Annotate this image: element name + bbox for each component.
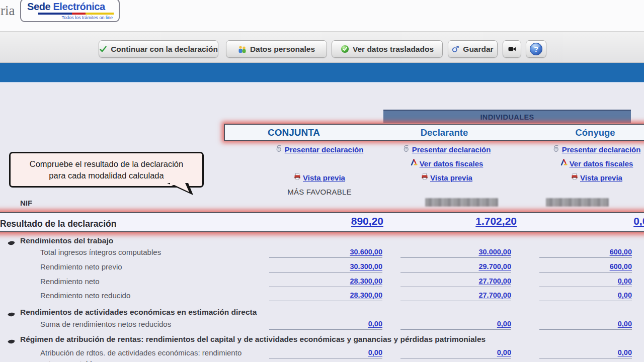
vista-previa-link[interactable]: Vista previa [580,173,622,182]
cell-value-link[interactable]: 0,00 [497,320,511,328]
table-row: Suma de rendimientos netos reducidos0,00… [0,319,644,330]
printer-icon [294,173,301,182]
help-icon: ? [529,42,543,56]
table-row: Total ingresos íntegros computables30.60… [0,247,644,258]
presentar-declaracion-link[interactable]: Presentar declaración [562,145,641,154]
cell-value-link[interactable]: 0,00 [368,348,382,356]
cell-value-link[interactable]: 0,00 [618,348,632,356]
value-cell-conyuge: 0,00 [539,319,632,330]
cell-value-link[interactable]: 27.700,00 [478,277,511,285]
record-button[interactable] [503,40,521,58]
collapse-icon[interactable] [7,239,16,248]
people-icon [238,45,247,53]
collapse-icon[interactable] [7,310,16,319]
vista-previa-slot: Vista previa [259,170,380,185]
save-button[interactable]: Guardar [448,40,498,58]
section-title: Rendimientos de actividades económicas e… [20,308,257,317]
cell-value-link[interactable]: 28.300,00 [350,291,382,299]
personal-data-button-label: Datos personales [250,45,315,54]
camera-icon [508,46,516,52]
orb-icon [341,45,349,53]
presentar-declaracion-slot: Presentar declaración [259,142,380,156]
value-cell-conjunta: 28.300,00 [269,291,382,301]
cell-value-link[interactable]: 28.300,00 [350,277,382,285]
agencia-tributaria-partial-text: ria [1,3,15,19]
value-cell-declarante: 30.000,00 [400,247,511,258]
cell-value-link[interactable]: 0,00 [497,348,511,356]
result-row: Resultado de la declaración 890,201.702,… [0,212,644,232]
tooltip-line2: para cada modalidad calculada [49,170,164,181]
cell-value-link[interactable]: 27.700,00 [478,291,511,299]
column-header-declarante: Declarante [421,127,468,138]
result-value-conyuge[interactable]: 0,00 [565,215,644,227]
value-cell-declarante: 0,00 [400,348,511,358]
value-cell-declarante: 0,00 [400,319,511,330]
mouse-icon [276,145,283,154]
sede-tagline: Todos los trámites on line [27,15,114,20]
cell-value-link[interactable]: 0,00 [618,291,632,299]
cell-value-link[interactable]: 0,00 [368,320,382,328]
ver-datos-fiscales-slot: Ver datos fiscales [536,156,644,170]
help-button[interactable]: ? [526,40,546,58]
continue-declaration-button-label: Continuar con la declaración [111,45,218,54]
ver-datos-fiscales-link[interactable]: Ver datos fiscales [570,159,633,168]
cell-value-link[interactable]: 0,00 [618,320,632,328]
ver-datos-fiscales-link[interactable]: Ver datos fiscales [420,159,484,168]
save-icon [452,45,459,53]
top-header-band: ria Sede Electrónica Todos los trámites … [0,0,644,31]
row-label: Total ingresos íntegros computables [40,248,161,256]
printer-icon [421,173,428,182]
empty-slot [259,156,380,170]
check-icon [99,45,107,53]
tooltip-line1: Compruebe el resultado de la declaración [30,158,183,169]
renta-web-screen: ria Sede Electrónica Todos los trámites … [0,0,644,362]
ver-datos-fiscales-slot: Ver datos fiscales [386,156,507,170]
cell-value-link[interactable]: 600,00 [610,262,632,270]
cell-value-link[interactable]: 0,00 [618,277,632,285]
value-cell-conjunta: 30.600,00 [269,247,382,258]
cell-value-link[interactable]: 30.600,00 [350,248,382,256]
link-column-conyuge: Presentar declaraciónVer datos fiscalesV… [536,142,644,185]
nif-label: NIF [20,199,32,207]
nif-value-redacted-conyuge [546,198,609,207]
personal-data-button[interactable]: Datos personales [226,40,327,58]
nif-row: NIF [0,198,644,209]
value-cell-conyuge: 0,00 [539,348,632,358]
section-header-rendimientos-de-actividades-economicas-e: Rendimientos de actividades económicas e… [0,308,644,318]
value-cell-conyuge: 600,00 [539,247,632,258]
presentar-declaracion-link[interactable]: Presentar declaración [412,145,491,154]
value-cell-conyuge: 0,00 [539,277,632,287]
continue-declaration-button[interactable]: Continuar con la declaración [99,40,218,58]
cell-value-link[interactable]: 30.000,00 [478,248,511,256]
value-cell-conjunta: 0,00 [269,319,382,330]
result-value-conjunta[interactable]: 890,20 [270,215,383,227]
table-row: Rendimiento neto28.300,0027.700,000,00 [0,277,644,287]
section-header-regimen-de-atribucion-de-rentas-rendimie: Régimen de atribución de rentas: rendimi… [0,335,644,345]
cell-value-link[interactable]: 29.700,00 [478,262,511,270]
vista-previa-slot: Vista previa [386,170,507,185]
value-cell-conjunta: 30.300,00 [269,262,382,273]
presentar-declaracion-link[interactable]: Presentar declaración [285,145,364,154]
transferred-data-button[interactable]: Ver datos trasladados [332,40,443,58]
cell-value-link[interactable]: 600,00 [610,248,632,256]
value-cell-declarante: 27.700,00 [400,291,511,301]
value-cell-conyuge: 600,00 [539,262,632,273]
mas-favorable-label: MÁS FAVORABLE [259,185,380,199]
row-label: Suma de rendimientos netos reducidos [40,320,171,328]
section-title: Rendimientos del trabajo [20,236,113,245]
result-row-label: Resultado de la declaración [0,219,116,229]
column-header-conjunta: CONJUNTA [268,127,320,138]
sede-electronica-logo[interactable]: Sede Electrónica Todos los trámites on l… [20,0,120,22]
result-value-declarante[interactable]: 1.702,20 [404,215,517,227]
presentar-declaracion-slot: Presentar declaración [386,142,507,156]
section-title: Régimen de atribución de rentas: rendimi… [20,335,486,344]
table-row: Rendimiento neto previo30.300,0029.700,0… [0,262,644,273]
vista-previa-link[interactable]: Vista previa [430,173,472,182]
tricolor-underline [38,13,114,15]
collapse-icon[interactable] [7,337,16,346]
cell-value-link[interactable]: 30.300,00 [350,262,382,270]
sede-electronica-title: Sede Electrónica [27,1,114,13]
mouse-icon [403,145,410,154]
link-column-conjunta: Presentar declaraciónVista previaMÁS FAV… [259,142,380,199]
vista-previa-link[interactable]: Vista previa [303,173,345,182]
